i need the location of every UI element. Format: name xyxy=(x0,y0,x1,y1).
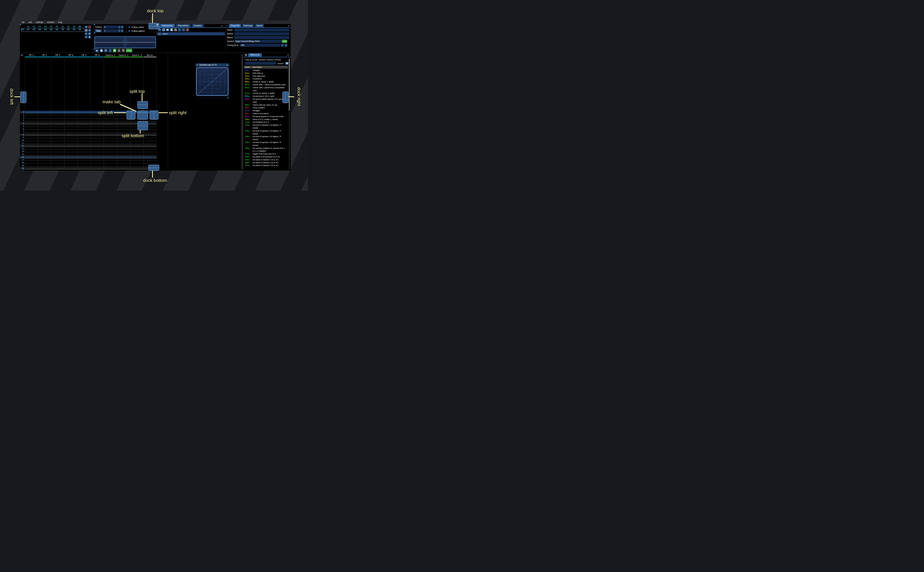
instrument-open-button[interactable] xyxy=(166,28,169,31)
channel-header-fm-4[interactable]: FM 4 xyxy=(64,54,78,56)
effect-row[interactable]: 1AxxSet attack of operator 1 (0 to 1F) xyxy=(244,159,288,162)
menu-edit[interactable]: edit xyxy=(26,21,34,23)
channel-header-square-2[interactable]: Square 2 xyxy=(117,54,130,56)
oscilloscope-xy-titlebar[interactable]: ▼ Oscilloscope (X-Y) × xyxy=(195,63,229,67)
split-top-target[interactable] xyxy=(137,101,148,109)
effect-row[interactable]: 0FxxSet speed (speed 2 if no grooves exi… xyxy=(244,115,288,118)
step-row-button[interactable]: ↓ xyxy=(108,49,112,52)
play-from-beginning-button[interactable] xyxy=(100,49,103,52)
pattern-row[interactable]: 21 xyxy=(20,170,168,171)
pattern-row[interactable]: 17 xyxy=(20,159,168,162)
effect-row[interactable]: 13xxSet level of operator 2 (0 highest, … xyxy=(244,130,288,135)
effect-search-input[interactable] xyxy=(245,62,276,65)
effect-row[interactable]: 08xySet panning (x: left; y: right) xyxy=(244,95,288,98)
effect-list-menu-button[interactable] xyxy=(285,62,289,65)
play-one-row-button[interactable] xyxy=(104,49,108,52)
menu-settings[interactable]: settings xyxy=(34,21,45,23)
tab-effect-list[interactable]: Effect List xyxy=(248,53,262,57)
tab-speed[interactable]: Speed xyxy=(255,24,264,27)
effect-row[interactable]: 0CxxRetrigger xyxy=(244,109,288,112)
pattern-row[interactable]: 11 xyxy=(20,142,168,145)
instrument-move-down-button[interactable]: ↓ xyxy=(182,28,185,31)
pattern-row[interactable]: 7 xyxy=(20,131,168,133)
author-input[interactable] xyxy=(234,32,289,35)
tab-wavetables[interactable]: Wavetables xyxy=(176,24,191,27)
effect-row[interactable]: 0BxxJump to pattern xyxy=(244,106,288,109)
record-button[interactable] xyxy=(113,49,116,52)
effect-row[interactable]: 04xyVibrato (x: speed; y: depth) xyxy=(244,81,288,84)
effect-row[interactable]: 0AxyVolume slide (0y: down; x0: up) xyxy=(244,104,288,107)
dock-bottom-target[interactable] xyxy=(148,165,159,171)
effect-row[interactable]: 02xxPitch slide down xyxy=(244,75,288,78)
add-channel-button[interactable]: ++ xyxy=(20,54,23,56)
oscilloscope-xy-window[interactable]: ▼ Oscilloscope (X-Y) × xyxy=(195,63,229,99)
order-move-bottom-button[interactable] xyxy=(88,32,91,35)
pattern-row[interactable]: 18 xyxy=(20,162,168,164)
poly-mono-button[interactable]: Poly xyxy=(126,49,132,52)
pattern-row[interactable]: 13 xyxy=(20,148,168,150)
pattern-row[interactable]: 19 xyxy=(20,164,168,167)
instrument-duplicate-button[interactable] xyxy=(162,28,165,31)
name-input[interactable] xyxy=(234,28,289,31)
dockspace-scrollbar[interactable] xyxy=(242,54,243,169)
effect-row[interactable]: 01xxPitch slide up xyxy=(244,72,288,75)
menu-file[interactable]: file xyxy=(20,21,26,23)
effect-row[interactable]: 17xxToggle PCM mode (LEGACY) xyxy=(244,152,288,155)
effect-row[interactable]: 05xyVolume slide + vibrato (compatibilit… xyxy=(244,84,288,86)
effect-row[interactable]: 19xxSet attack of all operators (0 to 1F… xyxy=(244,155,288,159)
channel-header-fm-5[interactable]: FM 5 xyxy=(78,54,90,56)
order-edit-mode-button[interactable] xyxy=(88,36,91,39)
song-info-close-icon[interactable]: × xyxy=(288,25,290,27)
instrument-delete-button[interactable]: × xyxy=(186,28,189,31)
effect-row[interactable]: 10xySetup LFO (x: enable; y: speed) xyxy=(244,118,288,121)
order-move-up-button[interactable] xyxy=(88,29,91,32)
tab-instruments[interactable]: Instruments xyxy=(160,24,175,27)
effect-row[interactable]: 1BxxSet attack of operator 2 (0 to 1F) xyxy=(244,162,288,164)
channel-header-noise[interactable]: Noise xyxy=(143,54,156,56)
menu-window[interactable]: window xyxy=(45,21,56,23)
octave-inc-button[interactable]: + xyxy=(121,25,123,29)
tab-samples[interactable]: Samples xyxy=(192,24,204,27)
system-auto-button[interactable]: Auto xyxy=(282,40,287,43)
repeat-pattern-button[interactable]: ↻ xyxy=(122,49,125,52)
follow-orders-checkbox[interactable]: ✓ xyxy=(128,26,131,28)
effect-row[interactable]: 12xxSet level of operator 1 (0 highest, … xyxy=(244,124,288,130)
instrument-move-up-button[interactable]: ↑ xyxy=(178,28,181,31)
channel-header-square-3[interactable]: Square 3 xyxy=(130,54,143,56)
menu-help[interactable]: help xyxy=(56,21,64,23)
tuning-inc-button[interactable]: + xyxy=(285,44,287,47)
order-deep-clone-button[interactable]: ✂ xyxy=(85,36,88,39)
effect-list-close-icon[interactable]: × xyxy=(287,54,289,56)
order-add-button[interactable]: + xyxy=(85,25,88,28)
order-move-down-button[interactable] xyxy=(85,32,88,35)
dock-top-target[interactable] xyxy=(148,23,159,29)
instrument-list-item[interactable]: - None - xyxy=(157,33,225,35)
pattern-editor[interactable]: 0123456789101112131415161718192021 xyxy=(20,111,168,171)
effect-row[interactable]: 15xxSet level of operator 4 (0 highest, … xyxy=(244,141,288,147)
channel-header-fm-6[interactable]: FM 6 xyxy=(90,54,104,56)
octave-input[interactable]: 3 xyxy=(103,25,118,29)
effect-list-scrollbar[interactable] xyxy=(288,58,290,170)
channel-header-fm-2[interactable]: FM 2 xyxy=(38,54,51,56)
instrument-save-button[interactable] xyxy=(170,28,173,31)
play-button[interactable]: ▶ xyxy=(95,49,99,52)
order-duplicate-button[interactable] xyxy=(85,29,88,32)
follow-pattern-checkbox[interactable]: ✓ xyxy=(128,30,131,32)
split-right-target[interactable] xyxy=(150,110,158,120)
effect-table-header[interactable]: Name Description xyxy=(244,66,288,68)
song-info-collapse-icon[interactable]: ▼ xyxy=(226,25,227,26)
pattern-row[interactable]: 14 xyxy=(20,150,168,153)
tuning-dec-button[interactable]: - xyxy=(281,44,284,47)
scrollbar-thumb[interactable] xyxy=(289,59,290,110)
instruments-close-icon[interactable]: × xyxy=(221,25,223,27)
effect-row[interactable]: 07xyTremolo (x: speed; y: depth) xyxy=(244,92,288,95)
channel-header-fm-1[interactable]: FM 1 xyxy=(25,54,38,56)
pattern-row[interactable]: 20 xyxy=(20,167,168,170)
system-input[interactable]: Sega Genesis/Mega Drive xyxy=(234,40,282,43)
effect-row[interactable]: 14xxSet level of operator 3 (0 highest, … xyxy=(244,135,288,141)
channel-header-fm-3[interactable]: FM 3 xyxy=(51,54,64,56)
album-input[interactable] xyxy=(234,36,289,39)
dock-left-target[interactable] xyxy=(20,92,26,103)
effect-row[interactable]: 06xyVolume slide + portamento (compatibi… xyxy=(244,86,288,92)
pattern-row[interactable]: 10 xyxy=(20,139,168,142)
